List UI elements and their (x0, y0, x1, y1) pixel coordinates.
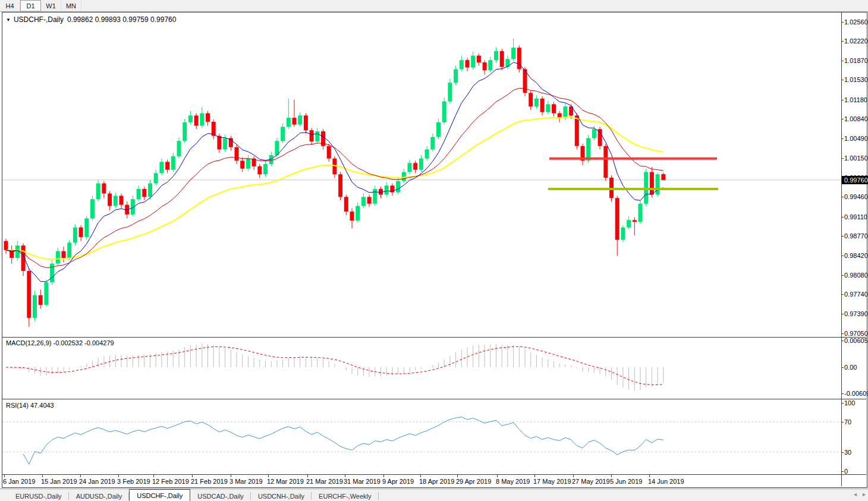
date-axis-label: 5 Jun 2019 (610, 478, 642, 485)
chart-tab-usdcnhdaily[interactable]: USDCNH-,Daily (251, 491, 312, 501)
axis-tick (842, 138, 844, 139)
date-tick (231, 475, 231, 477)
chart-title: ▼USDCHF-,Daily0.99862 0.99893 0.99759 0.… (6, 15, 176, 24)
date-tick (497, 475, 498, 477)
rsi-line (23, 417, 663, 465)
date-axis-label: 24 Jan 2019 (79, 478, 115, 485)
date-axis-label: 21 Mar 2019 (306, 478, 343, 485)
axis-tick (842, 119, 844, 119)
rsi-label: RSI(14) 47.4043 (6, 402, 54, 409)
tab-scroll-right-icon[interactable]: ▸ (863, 491, 866, 497)
price-axis-label: 1.00840 (844, 115, 868, 122)
date-axis-label: 6 Jan 2019 (3, 478, 35, 485)
axis-tick (842, 256, 844, 256)
terminal-window: H4D1W1MN ▼USDCHF-,Daily0.99862 0.99893 0… (0, 0, 868, 501)
date-tick (534, 475, 535, 477)
price-axis-label: 1.01180 (844, 96, 867, 103)
price-axis-label: 1.00490 (844, 135, 868, 142)
timeframe-button-d1[interactable]: D1 (20, 0, 41, 11)
axis-tick (842, 217, 844, 218)
price-axis-label: 0.98770 (844, 232, 868, 240)
axis-tick (842, 333, 844, 334)
axis-tick (842, 452, 844, 453)
price-axis[interactable]: 1.025601.022201.018701.015301.011801.008… (842, 12, 868, 486)
price-axis-label: 0.97050 (844, 330, 868, 337)
chart-tab-eurusddaily[interactable]: EURUSD-,Daily (8, 491, 69, 501)
price-axis-label: 0.98420 (844, 252, 868, 259)
timeframe-button-mn[interactable]: MN (61, 0, 81, 11)
date-tick (153, 475, 154, 477)
rsi-axis-label: 30 (844, 449, 851, 456)
date-axis-label: 12 Mar 2019 (267, 478, 304, 485)
date-tick (118, 475, 119, 477)
date-tick (383, 475, 384, 477)
date-axis-label: 18 Apr 2019 (419, 478, 454, 485)
axis-tick (842, 422, 844, 423)
rsi-axis-label: 100 (844, 399, 855, 407)
macd-axis-label: 0.006058 (844, 337, 868, 344)
chart-tab-audusddaily[interactable]: AUDUSD-,Daily (69, 491, 130, 501)
date-axis[interactable]: 6 Jan 201915 Jan 201924 Jan 20193 Feb 20… (2, 475, 841, 486)
macd-label: MACD(12,26,9) -0.002532 -0.004279 (6, 339, 114, 346)
date-tick (268, 475, 269, 477)
tab-scroll-controls: ◂ ▸ (854, 491, 866, 497)
price-chart-canvas[interactable] (2, 12, 841, 337)
axis-tick (842, 22, 844, 23)
price-axis-label: 0.97740 (844, 291, 868, 298)
axis-tick (842, 393, 844, 394)
axis-tick (842, 294, 844, 295)
chart-tab-usdchfdaily[interactable]: USDCHF-,Daily (129, 489, 190, 501)
rsi-name: RSI(14) (6, 402, 29, 409)
date-axis-label: 8 May 2019 (496, 478, 530, 485)
timeframe-button-h4[interactable]: H4 (0, 0, 20, 11)
date-axis-label: 9 Apr 2019 (382, 478, 414, 485)
chart-tab-eurchfweekly[interactable]: EURCHF-,Weekly (312, 491, 378, 501)
date-axis-label: 14 Jun 2019 (648, 478, 684, 485)
date-axis-label: 31 Mar 2019 (344, 478, 380, 485)
date-tick (345, 475, 345, 477)
ohlc-values: 0.99862 0.99893 0.99759 0.99760 (67, 15, 177, 24)
rsi-indicator-canvas[interactable] (2, 399, 841, 474)
rsi-axis-label: 70 (844, 418, 851, 426)
date-axis-label: 21 Feb 2019 (191, 478, 228, 485)
rsi-value: 47.4043 (30, 402, 54, 409)
macd-histogram (6, 344, 663, 390)
macd-indicator-canvas[interactable] (2, 338, 841, 399)
price-axis-label: 1.01870 (844, 57, 868, 64)
price-axis-label: 0.97390 (844, 310, 868, 317)
chart-tab-bar: EURUSD-,DailyAUDUSD-,DailyUSDCHF-,DailyU… (0, 489, 868, 501)
date-tick (192, 475, 193, 477)
axis-tick (842, 341, 844, 341)
symbol-period-label: USDCHF-,Daily (14, 15, 64, 24)
date-axis-label: 3 Mar 2019 (229, 478, 263, 485)
timeframe-toolbar: H4D1W1MN (0, 0, 868, 12)
axis-tick (842, 100, 844, 100)
symbol-dropdown-icon[interactable]: ▼ (6, 17, 11, 23)
macd-signal-value: -0.004279 (84, 339, 114, 346)
chart-tab-usdcaddaily[interactable]: USDCAD-,Daily (190, 491, 251, 501)
axis-tick (842, 158, 844, 159)
axis-tick (842, 275, 844, 276)
price-axis-label: 0.99460 (844, 193, 868, 200)
date-tick (573, 475, 574, 477)
axis-tick (842, 236, 844, 237)
price-axis-label: 0.99110 (844, 213, 867, 220)
candles-layer (4, 39, 666, 327)
timeframe-button-w1[interactable]: W1 (41, 0, 61, 11)
date-axis-label: 3 Feb 2019 (117, 478, 150, 485)
axis-tick (842, 41, 844, 42)
macd-axis-label: -0.006091 (844, 390, 868, 397)
price-axis-label: 0.98080 (844, 272, 868, 279)
tab-scroll-left-icon[interactable]: ◂ (854, 491, 857, 497)
date-tick (649, 475, 650, 477)
axis-tick (842, 471, 844, 472)
current-price-tag: 0.99760 (842, 176, 868, 184)
price-axis-label: 1.02560 (844, 18, 868, 26)
date-axis-label: 29 Apr 2019 (456, 478, 491, 485)
date-tick (420, 475, 421, 477)
date-tick (4, 475, 5, 477)
price-axis-label: 1.00150 (844, 155, 868, 162)
macd-name: MACD(12,26,9) (6, 339, 51, 346)
axis-tick (842, 314, 844, 314)
date-axis-label: 12 Feb 2019 (152, 478, 189, 485)
